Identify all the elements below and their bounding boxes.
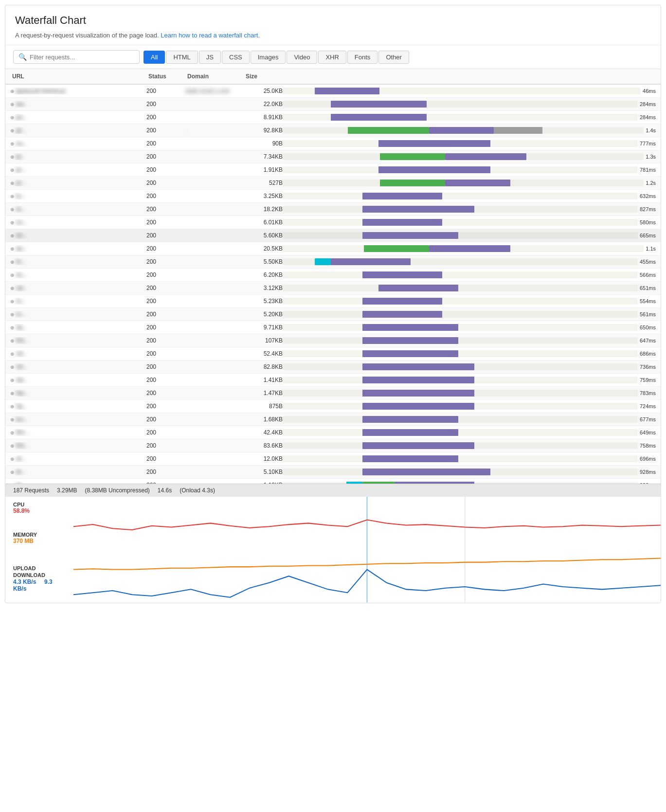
expand-icon[interactable]: ⊕ (10, 220, 14, 225)
table-row[interactable]: ⊕of...20012.0KB696ms (5, 452, 661, 466)
expand-icon[interactable]: ⊕ (10, 443, 14, 449)
expand-icon[interactable]: ⊕ (10, 378, 14, 383)
table-row[interactable]: ⊕di...2001.12KB923ms (5, 479, 661, 484)
expand-icon[interactable]: ⊕ (10, 417, 14, 422)
table-row[interactable]: ⊕3y...200875B724ms (5, 400, 661, 413)
expand-icon[interactable]: ⊕ (10, 338, 14, 343)
tab-other[interactable]: Other (378, 51, 409, 64)
url-cell: ⊕tp.. (10, 153, 146, 160)
url-text: of... (16, 455, 26, 462)
waterfall-segment (362, 337, 458, 344)
table-row[interactable]: ⊕RA...20042.4KB649ms (5, 426, 661, 439)
tab-all[interactable]: All (144, 51, 165, 64)
waterfall-cell: 827ms (283, 204, 656, 214)
table-row[interactable]: ⊕rat...2001.41KB759ms (5, 374, 661, 387)
tab-images[interactable]: Images (251, 51, 286, 64)
expand-icon[interactable]: ⊕ (10, 286, 14, 291)
table-row[interactable]: ⊕RA...200107KB647ms (5, 334, 661, 347)
table-row[interactable]: ⊕an...20020.5KB1.1s (5, 242, 661, 255)
table-row[interactable]: ⊕co...2006.01KB580ms (5, 216, 661, 229)
table-row[interactable]: ⊕10...20082.8KB736ms (5, 361, 661, 374)
tab-fonts[interactable]: Fonts (347, 51, 378, 64)
expand-icon[interactable]: ⊕ (10, 128, 14, 133)
size-cell: 82.8KB (244, 363, 283, 370)
table-row[interactable]: ⊕sw...20022.0KB284ms (5, 98, 661, 111)
learn-link[interactable]: Learn how to read a waterfall chart (161, 32, 258, 39)
expand-icon[interactable]: ⊕ (10, 180, 14, 186)
url-text: sw... (16, 101, 28, 108)
search-input[interactable] (30, 54, 134, 61)
expand-icon[interactable]: ⊕ (10, 154, 14, 160)
tab-xhr[interactable]: XHR (318, 51, 346, 64)
expand-icon[interactable]: ⊕ (10, 391, 14, 396)
domain-cell: . (185, 127, 244, 134)
expand-icon[interactable]: ⊕ (10, 430, 14, 435)
expand-icon[interactable]: ⊕ (10, 167, 14, 173)
table-row[interactable]: ⊕tp..2007.34KB1.3s (5, 150, 661, 163)
url-text: jquery.oh-hmmm.js (16, 88, 65, 94)
expand-icon[interactable]: ⊕ (10, 364, 14, 370)
waterfall-cell: 686ms (283, 349, 656, 359)
expand-icon[interactable]: ⊕ (10, 272, 14, 278)
table-row[interactable]: ⊕ral...2003.12KB651ms (5, 282, 661, 295)
table-row[interactable]: ⊕fas...2001.47KB783ms (5, 387, 661, 400)
expand-icon[interactable]: ⊕ (10, 141, 14, 146)
table-row[interactable]: ⊕sh...2005.60KB665ms (5, 229, 661, 242)
table-row[interactable]: ⊕pr...2001.91KB781ms (5, 163, 661, 177)
size-cell: 83.6KB (244, 442, 283, 449)
table-row[interactable]: ⊕m...2005.20KB561ms (5, 308, 661, 321)
table-row[interactable]: ⊕RA...20083.6KB758ms (5, 439, 661, 452)
tab-html[interactable]: HTML (166, 51, 198, 64)
tab-video[interactable]: Video (287, 51, 317, 64)
table-row[interactable]: ⊕st...20018.2KB827ms (5, 203, 661, 216)
table-row[interactable]: ⊕po...2008.91KB284ms (5, 111, 661, 124)
expand-icon[interactable]: ⊕ (10, 194, 14, 199)
waterfall-segment (331, 258, 411, 265)
expand-icon[interactable]: ⊕ (10, 325, 14, 330)
status-cell: 200 (146, 153, 185, 160)
page-title: Waterfall Chart (15, 14, 651, 27)
table-row[interactable]: ⊕lo...2003.25KB632ms (5, 190, 661, 203)
expand-icon[interactable]: ⊕ (10, 115, 14, 120)
expand-icon[interactable]: ⊕ (10, 246, 14, 252)
expand-icon[interactable]: ⊕ (10, 259, 14, 265)
table-row[interactable]: ⊕di...2005.10KB928ms (5, 466, 661, 479)
table-row[interactable]: ⊕pr...200527B1.2s (5, 177, 661, 190)
size-cell: 1.91KB (244, 166, 283, 173)
status-cell: 200 (146, 258, 185, 265)
table-row[interactable]: ⊕fo...2005.50KB455ms (5, 255, 661, 269)
expand-icon[interactable]: ⊕ (10, 233, 14, 238)
expand-icon[interactable]: ⊕ (10, 351, 14, 357)
waterfall-segment (315, 258, 331, 265)
waterfall-cell: 758ms (283, 441, 656, 451)
expand-icon[interactable]: ⊕ (10, 404, 14, 409)
table-row[interactable]: ⊕cu...20090B777ms (5, 137, 661, 150)
expand-icon[interactable]: ⊕ (10, 207, 14, 212)
expand-icon[interactable]: ⊕ (10, 312, 14, 317)
url-text: tp.. (16, 153, 24, 160)
timing-label: 1.3s (646, 154, 656, 160)
table-row[interactable]: ⊕ra-...2006.20KB566ms (5, 269, 661, 282)
expand-icon[interactable]: ⊕ (10, 469, 14, 475)
expand-icon[interactable]: ⊕ (10, 456, 14, 462)
expand-icon[interactable]: ⊕ (10, 483, 14, 484)
waterfall-segment (494, 127, 542, 134)
tab-js[interactable]: JS (199, 51, 221, 64)
status-cell: 200 (146, 455, 185, 462)
table-row[interactable]: ⊕m...2005.23KB554ms (5, 295, 661, 308)
url-text: pr... (16, 180, 26, 186)
expand-icon[interactable]: ⊕ (10, 102, 14, 107)
table-row[interactable]: ⊕jquery.oh-hmmm.js200static.local.s.com2… (5, 85, 661, 98)
expand-icon[interactable]: ⊕ (10, 299, 14, 304)
table-row[interactable]: ⊕gt...200.92.8KB1.4s (5, 124, 661, 137)
filter-tabs: AllHTMLJSCSSImagesVideoXHRFontsOther (144, 51, 409, 64)
table-row[interactable]: ⊕10...20052.4KB686ms (5, 347, 661, 361)
table-header: URL Status Domain Size (5, 69, 661, 85)
table-row[interactable]: ⊕3y...2009.71KB650ms (5, 321, 661, 334)
status-cell: 200 (146, 232, 185, 239)
url-cell: ⊕of... (10, 455, 146, 462)
expand-icon[interactable]: ⊕ (10, 89, 14, 94)
tab-css[interactable]: CSS (222, 51, 250, 64)
table-row[interactable]: ⊕tru...2001.68KB677ms (5, 413, 661, 426)
url-text: 3y... (16, 324, 27, 331)
